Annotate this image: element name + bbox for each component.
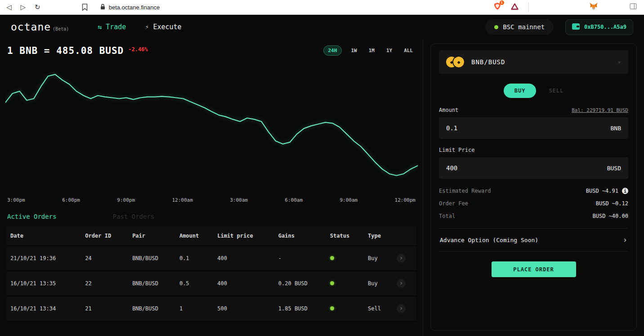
order-cell: BNB/BUSD — [129, 296, 176, 321]
summary-label: Order Fee — [439, 200, 468, 207]
column-header-actions — [393, 226, 416, 246]
x-axis-labels: 3:00pm6:00pm9:00pm12:00am3:00am6:00am9:0… — [0, 194, 423, 203]
summary-row: Estimated RewardBUSD ~4.91i — [439, 188, 628, 194]
order-row[interactable]: 16/10/21 13:3522BNB/BUSD0.54000.20 BUSDB… — [7, 271, 416, 296]
x-axis-label: 9:00am — [340, 197, 358, 203]
order-cell: 0.20 BUSD — [275, 271, 326, 296]
toolbar-divider — [528, 3, 529, 12]
shield-extension-icon[interactable]: 1 — [494, 2, 501, 12]
row-expand-button[interactable]: › — [397, 304, 406, 313]
limit-price-input[interactable] — [446, 164, 607, 172]
x-axis-label: 12:00am — [172, 197, 192, 203]
row-expand-button[interactable]: › — [397, 254, 406, 263]
nav-execute[interactable]: ⚡ Execute — [145, 23, 181, 31]
row-expand-button[interactable]: › — [397, 279, 406, 288]
order-status-cell — [326, 246, 364, 271]
limit-price-field[interactable]: BUSD — [439, 157, 628, 179]
price-change: -2.46% — [128, 46, 148, 53]
pair-name: BNB/BUSD — [471, 58, 505, 66]
main-nav: ⇆ Trade ⚡ Execute — [98, 23, 181, 31]
triangle-extension-icon[interactable] — [511, 3, 519, 12]
chevron-right-icon: › — [623, 235, 627, 244]
trade-panel: ◆ ◆ BNB/BUSD ▾ BUY SELL Amount Bal: 2297… — [430, 44, 637, 331]
place-order-button[interactable]: PLACE ORDER — [492, 261, 576, 277]
buy-tab[interactable]: BUY — [504, 84, 537, 98]
pair-selector[interactable]: ◆ ◆ BNB/BUSD ▾ — [439, 50, 628, 74]
lightning-icon: ⚡ — [145, 23, 149, 31]
order-cell: 500 — [214, 296, 275, 321]
x-axis-label: 3:00pm — [7, 197, 25, 203]
order-cell: BNB/BUSD — [129, 271, 176, 296]
range-buttons: 24H1W1M1YALL — [323, 45, 416, 56]
order-cell: 0.1 — [176, 246, 214, 271]
status-dot — [330, 281, 334, 285]
beta-label: (Beta) — [53, 27, 69, 31]
column-header: Type — [364, 226, 393, 246]
current-price: 1 BNB = 485.08 BUSD — [7, 45, 124, 56]
order-status-cell — [326, 271, 364, 296]
tab-active-orders[interactable]: Active Orders — [7, 213, 57, 220]
order-row[interactable]: 21/10/21 19:3624BNB/BUSD0.1400-Buy› — [7, 246, 416, 271]
amount-input[interactable] — [446, 124, 611, 132]
swap-icon: ⇆ — [98, 23, 102, 31]
x-axis-label: 12:00pm — [395, 197, 416, 203]
summary-row: TotalBUSD ~40.00 — [439, 213, 628, 219]
wallet-address: 0xB750...A5a9 — [584, 24, 626, 30]
tab-past-orders[interactable]: Past Orders — [113, 213, 155, 220]
range-1y[interactable]: 1Y — [384, 46, 395, 55]
busd-coin-icon: ◆ — [453, 57, 464, 67]
summary-label: Total — [439, 213, 455, 219]
info-icon[interactable]: i — [622, 188, 628, 194]
amount-field[interactable]: BNB — [439, 117, 628, 139]
nav-trade[interactable]: ⇆ Trade — [98, 23, 126, 31]
reload-icon[interactable]: ↻ — [35, 3, 40, 11]
balance-link[interactable]: Bal: 229719.91 BUSD — [572, 107, 628, 113]
shield-badge: 1 — [500, 0, 504, 5]
sell-tab[interactable]: SELL — [549, 88, 564, 94]
app-root: octane (Beta) ⇆ Trade ⚡ Execute BSC main… — [0, 15, 644, 336]
sidebar-toggle-icon[interactable] — [630, 3, 637, 11]
pair-coin-icons: ◆ ◆ — [446, 57, 464, 67]
order-cell: 400 — [214, 246, 275, 271]
url-text[interactable]: beta.octane.finance — [109, 4, 160, 11]
chevron-down-icon: ▾ — [617, 59, 621, 66]
back-icon[interactable]: ◁ — [6, 3, 12, 11]
limit-price-label: Limit Price — [439, 147, 474, 153]
advance-option-label: Advance Option (Coming Soon) — [440, 237, 538, 243]
status-dot — [330, 256, 334, 260]
app-header: octane (Beta) ⇆ Trade ⚡ Execute BSC main… — [0, 15, 644, 39]
orders-tabs: Active Orders Past Orders — [0, 203, 423, 222]
order-type-cell: Buy — [364, 246, 393, 271]
column-header: Limit price — [214, 226, 275, 246]
advance-option-row[interactable]: Advance Option (Coming Soon) › — [439, 228, 628, 252]
network-name: BSC mainnet — [503, 23, 545, 31]
forward-icon[interactable]: ▷ — [21, 3, 26, 11]
orders-body: 21/10/21 19:3624BNB/BUSD0.1400-Buy›16/10… — [7, 246, 416, 321]
network-selector[interactable]: BSC mainnet — [485, 19, 554, 35]
range-1w[interactable]: 1W — [348, 46, 359, 55]
x-axis-label: 6:00pm — [62, 197, 80, 203]
trade-panel-section: ◆ ◆ BNB/BUSD ▾ BUY SELL Amount Bal: 2297… — [423, 39, 644, 336]
order-cell: 400 — [214, 271, 275, 296]
range-24h[interactable]: 24H — [323, 45, 342, 56]
order-cell: 16/10/21 13:35 — [7, 271, 81, 296]
range-all[interactable]: ALL — [401, 46, 416, 55]
range-1m[interactable]: 1M — [366, 46, 377, 55]
order-type-cell: Sell — [364, 296, 393, 321]
summary-value: BUSD ~0.12 — [596, 200, 628, 207]
x-axis-label: 3:00am — [230, 197, 248, 203]
x-axis-label: 9:00pm — [117, 197, 135, 203]
order-status-cell — [326, 296, 364, 321]
order-actions-cell: › — [393, 246, 416, 271]
column-header: Amount — [176, 226, 214, 246]
bookmark-icon[interactable] — [82, 4, 88, 11]
metamask-icon[interactable] — [589, 2, 598, 12]
order-cell: 1 — [176, 296, 214, 321]
order-cell: 22 — [81, 271, 129, 296]
wallet-address-button[interactable]: 0xB750...A5a9 — [565, 19, 633, 35]
order-row[interactable]: 16/10/21 13:3421BNB/BUSD15001.85 BUSDSel… — [7, 296, 416, 321]
order-cell: 21 — [81, 296, 129, 321]
column-header: Pair — [129, 226, 176, 246]
price-line — [5, 75, 418, 176]
order-cell: 21/10/21 19:36 — [7, 246, 81, 271]
